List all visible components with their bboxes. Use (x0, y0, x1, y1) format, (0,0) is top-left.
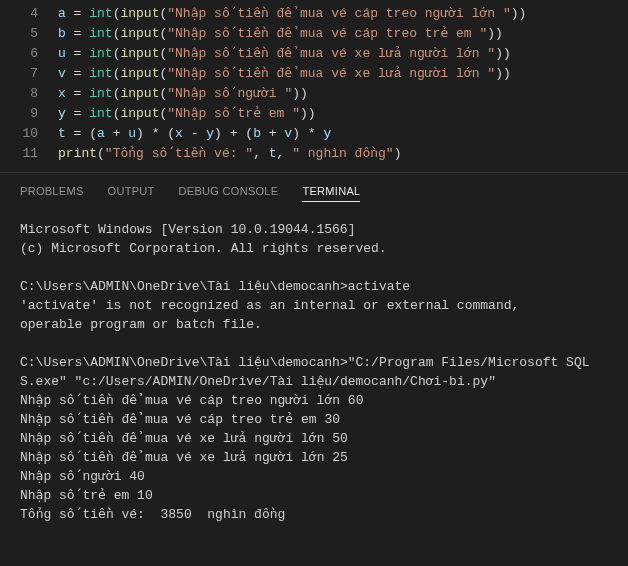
token: + (105, 126, 128, 141)
token: t (269, 146, 277, 161)
token: )) (495, 46, 511, 61)
terminal-line (20, 258, 608, 277)
token: ) * (292, 126, 323, 141)
token: x (175, 126, 183, 141)
tab-debug-console[interactable]: DEBUG CONSOLE (179, 181, 279, 202)
code-line[interactable]: 5b = int(input("Nhập số tiền để mua vé c… (0, 24, 628, 44)
terminal-line: Nhập số tiền để mua vé cáp treo trẻ em 3… (20, 410, 608, 429)
token: int (89, 46, 112, 61)
tab-output[interactable]: OUTPUT (108, 181, 155, 202)
token: u (128, 126, 136, 141)
token: b (253, 126, 261, 141)
token: = (66, 86, 89, 101)
line-number: 6 (0, 44, 58, 64)
terminal-line: Tổng số tiền vé: 3850 nghìn đồng (20, 505, 608, 524)
token: x (58, 86, 66, 101)
token: = ( (66, 126, 97, 141)
token: = (66, 46, 89, 61)
terminal-output[interactable]: Microsoft Windows [Version 10.0.19044.15… (0, 210, 628, 534)
token: "Nhập số tiền để mua vé cáp treo người l… (167, 6, 510, 21)
token: , (253, 146, 269, 161)
token: )) (292, 86, 308, 101)
token: input (120, 86, 159, 101)
token: ) * ( (136, 126, 175, 141)
token: )) (495, 66, 511, 81)
terminal-line: (c) Microsoft Corporation. All rights re… (20, 239, 608, 258)
line-number: 9 (0, 104, 58, 124)
token: "Nhập số tiền để mua vé xe lửa người lớn… (167, 46, 495, 61)
token: int (89, 86, 112, 101)
token: u (58, 46, 66, 61)
token: "Nhập số người " (167, 86, 292, 101)
line-number: 4 (0, 4, 58, 24)
token: int (89, 6, 112, 21)
token: input (120, 46, 159, 61)
tab-terminal[interactable]: TERMINAL (302, 181, 360, 202)
line-number: 5 (0, 24, 58, 44)
code-content[interactable]: a = int(input("Nhập số tiền để mua vé cá… (58, 4, 628, 24)
terminal-line: Nhập số tiền để mua vé xe lửa người lớn … (20, 429, 608, 448)
token: )) (511, 6, 527, 21)
terminal-line: Nhập số trẻ em 10 (20, 486, 608, 505)
code-content[interactable]: y = int(input("Nhập số trẻ em ")) (58, 104, 628, 124)
code-content[interactable]: print("Tổng số tiền vé: ", t, " nghìn đồ… (58, 144, 628, 164)
code-line[interactable]: 8x = int(input("Nhập số người ")) (0, 84, 628, 104)
token: ) (394, 146, 402, 161)
token: = (66, 6, 89, 21)
token: , (277, 146, 293, 161)
code-line[interactable]: 11print("Tổng số tiền vé: ", t, " nghìn … (0, 144, 628, 164)
token: v (284, 126, 292, 141)
tab-problems[interactable]: PROBLEMS (20, 181, 84, 202)
token: int (89, 106, 112, 121)
token: input (120, 6, 159, 21)
token: - (183, 126, 206, 141)
code-content[interactable]: t = (a + u) * (x - y) + (b + v) * y (58, 124, 628, 144)
token: input (120, 66, 159, 81)
code-content[interactable]: x = int(input("Nhập số người ")) (58, 84, 628, 104)
token: ) + ( (214, 126, 253, 141)
token: )) (487, 26, 503, 41)
token: a (58, 6, 66, 21)
terminal-line: C:\Users\ADMIN\OneDrive\Tài liệu\democan… (20, 353, 608, 391)
token: "Tổng số tiền vé: " (105, 146, 253, 161)
token: " nghìn đồng" (292, 146, 393, 161)
code-line[interactable]: 4a = int(input("Nhập số tiền để mua vé c… (0, 4, 628, 24)
token: "Nhập số tiền để mua vé xe lửa người lớn… (167, 66, 495, 81)
terminal-line: operable program or batch file. (20, 315, 608, 334)
line-number: 7 (0, 64, 58, 84)
code-content[interactable]: v = int(input("Nhập số tiền để mua vé xe… (58, 64, 628, 84)
terminal-line: Nhập số người 40 (20, 467, 608, 486)
token: "Nhập số tiền để mua vé cáp treo trẻ em … (167, 26, 487, 41)
code-line[interactable]: 6u = int(input("Nhập số tiền để mua vé x… (0, 44, 628, 64)
terminal-line: Microsoft Windows [Version 10.0.19044.15… (20, 220, 608, 239)
token: y (58, 106, 66, 121)
token: a (97, 126, 105, 141)
code-content[interactable]: b = int(input("Nhập số tiền để mua vé cá… (58, 24, 628, 44)
terminal-line (20, 334, 608, 353)
token: "Nhập số trẻ em " (167, 106, 300, 121)
token: ( (97, 146, 105, 161)
token: print (58, 146, 97, 161)
code-content[interactable]: u = int(input("Nhập số tiền để mua vé xe… (58, 44, 628, 64)
line-number: 8 (0, 84, 58, 104)
token: int (89, 26, 112, 41)
code-line[interactable]: 10t = (a + u) * (x - y) + (b + v) * y (0, 124, 628, 144)
token: )) (300, 106, 316, 121)
token: = (66, 66, 89, 81)
token: v (58, 66, 66, 81)
token: input (120, 26, 159, 41)
token: + (261, 126, 284, 141)
token: = (66, 106, 89, 121)
line-number: 11 (0, 144, 58, 164)
token: t (58, 126, 66, 141)
token: int (89, 66, 112, 81)
code-editor[interactable]: 4a = int(input("Nhập số tiền để mua vé c… (0, 0, 628, 172)
code-line[interactable]: 7v = int(input("Nhập số tiền để mua vé x… (0, 64, 628, 84)
panel-tabs: PROBLEMSOUTPUTDEBUG CONSOLETERMINAL (0, 172, 628, 210)
token: b (58, 26, 66, 41)
code-line[interactable]: 9y = int(input("Nhập số trẻ em ")) (0, 104, 628, 124)
token: input (120, 106, 159, 121)
terminal-line: C:\Users\ADMIN\OneDrive\Tài liệu\democan… (20, 277, 608, 296)
token: y (206, 126, 214, 141)
token: y (323, 126, 331, 141)
